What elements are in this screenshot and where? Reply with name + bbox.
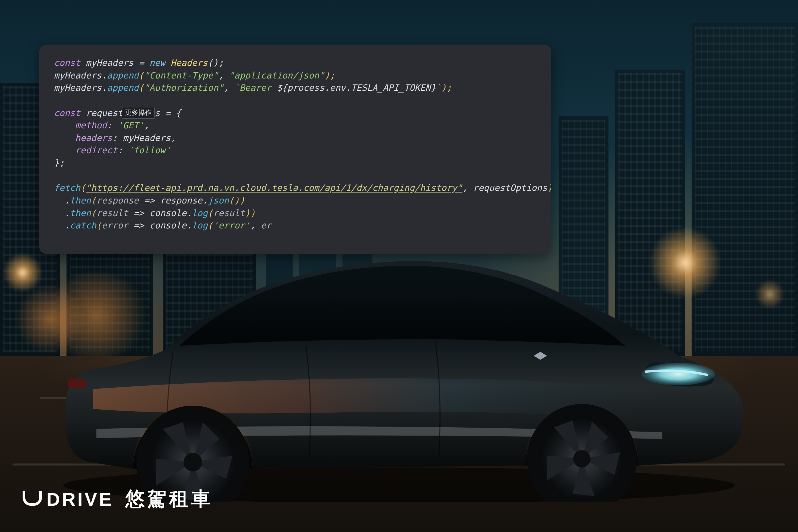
code-block[interactable]: const myHeaders = new Headers(); myHeade…: [54, 57, 537, 232]
streetlight-glow: [755, 279, 785, 309]
u-icon: [23, 491, 42, 506]
brand-logo-en-text: DRIVE: [46, 489, 113, 510]
brand-logo-en: DRIVE: [23, 489, 113, 510]
streetlight-glow: [3, 253, 42, 292]
brand-logo: DRIVE 悠駕租車: [23, 486, 213, 512]
svg-point-5: [184, 453, 202, 472]
more-actions-tooltip: 更多操作: [122, 107, 155, 119]
code-snippet-panel: 更多操作 const myHeaders = new Headers(); my…: [39, 44, 551, 254]
brand-logo-cn: 悠駕租車: [125, 486, 213, 512]
car-illustration: [46, 223, 752, 502]
svg-rect-2: [68, 379, 86, 388]
svg-point-8: [573, 450, 590, 468]
scene: 更多操作 const myHeaders = new Headers(); my…: [0, 0, 798, 532]
